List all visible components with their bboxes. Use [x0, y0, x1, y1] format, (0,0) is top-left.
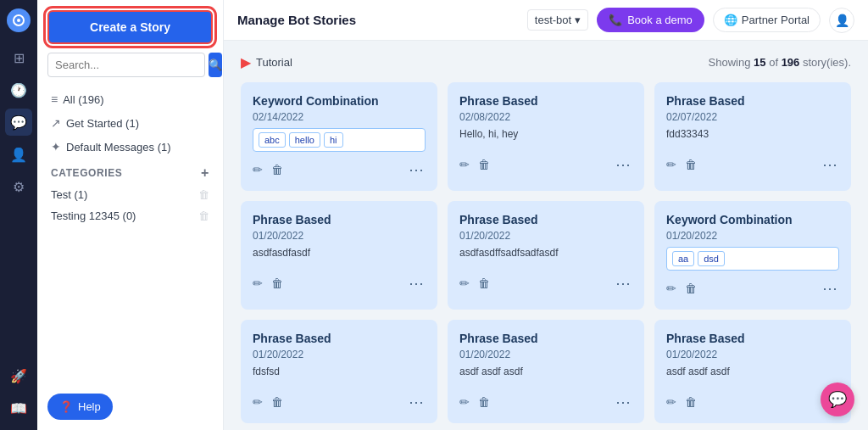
- sidebar-item-get-started[interactable]: ↗ Get Started (1): [47, 111, 213, 135]
- showing-of: of: [766, 56, 782, 69]
- book-demo-button[interactable]: 📞 Book a demo: [597, 8, 704, 32]
- story-card-title: Phrase Based: [459, 332, 632, 345]
- story-card-actions: ✏🗑⋯: [459, 274, 632, 293]
- story-card-date: 01/20/2022: [459, 349, 632, 360]
- story-card-actions: ✏🗑⋯: [666, 393, 839, 411]
- category-testing-label: Testing 12345 (0): [51, 209, 136, 222]
- nav-icon-grid[interactable]: ⊞: [5, 44, 32, 71]
- story-card-left-actions: ✏🗑: [253, 395, 283, 409]
- story-card: Phrase Based01/20/2022asdfasdfasdf✏🗑⋯: [241, 201, 437, 310]
- story-card-date: 01/20/2022: [253, 230, 426, 242]
- story-delete-button[interactable]: 🗑: [685, 395, 697, 409]
- story-tag: hi: [324, 132, 343, 148]
- get-started-label: Get Started (1): [66, 117, 139, 130]
- story-more-button[interactable]: ⋯: [409, 160, 426, 179]
- story-delete-button[interactable]: 🗑: [478, 158, 490, 171]
- story-edit-button[interactable]: ✏: [253, 276, 263, 290]
- story-tag: hello: [289, 132, 320, 148]
- story-card-description: asdf asdf asdf: [459, 366, 632, 381]
- category-test-delete-icon[interactable]: 🗑: [198, 188, 209, 201]
- app-logo[interactable]: [7, 8, 31, 32]
- nav-icon-chat[interactable]: 💬: [5, 109, 32, 136]
- main-content: Manage Bot Stories test-bot ▾ 📞 Book a d…: [224, 0, 868, 430]
- story-more-button[interactable]: ⋯: [822, 155, 839, 174]
- story-card: Phrase Based01/20/2022asdf asdf asdf✏🗑⋯: [448, 320, 644, 423]
- story-more-button[interactable]: ⋯: [409, 393, 426, 411]
- story-edit-button[interactable]: ✏: [666, 395, 676, 409]
- nav-icon-settings[interactable]: ⚙: [5, 173, 32, 200]
- tutorial-label: Tutorial: [256, 56, 292, 69]
- story-card-title: Keyword Combination: [666, 213, 839, 226]
- story-card-date: 01/20/2022: [253, 349, 426, 360]
- icon-nav: ⊞ 🕐 💬 👤 ⚙ 🚀 📖: [0, 0, 37, 430]
- search-input[interactable]: [47, 53, 205, 77]
- categories-header: Categories +: [47, 159, 213, 184]
- story-delete-button[interactable]: 🗑: [271, 163, 283, 176]
- story-card-title: Keyword Combination: [253, 94, 426, 108]
- category-testing-delete-icon[interactable]: 🗑: [198, 209, 209, 222]
- category-item-test[interactable]: Test (1) 🗑: [47, 184, 213, 205]
- story-more-button[interactable]: ⋯: [822, 279, 839, 298]
- create-story-button[interactable]: Create a Story: [47, 10, 213, 44]
- bot-name: test-bot: [535, 14, 571, 26]
- sidebar: Create a Story 🔍 ≡ All (196) ↗ Get Start…: [37, 0, 224, 430]
- story-more-button[interactable]: ⋯: [615, 155, 632, 174]
- story-card-left-actions: ✏🗑: [666, 158, 697, 171]
- story-more-button[interactable]: ⋯: [615, 274, 632, 293]
- nav-icon-users[interactable]: 👤: [5, 141, 32, 168]
- story-delete-button[interactable]: 🗑: [478, 395, 490, 409]
- story-edit-button[interactable]: ✏: [666, 282, 676, 295]
- story-card-left-actions: ✏🗑: [253, 276, 283, 290]
- tutorial-link[interactable]: ▶ Tutorial: [241, 54, 292, 70]
- story-edit-button[interactable]: ✏: [253, 395, 263, 409]
- story-card-description: asdfasdfasdf: [253, 247, 426, 262]
- story-delete-button[interactable]: 🗑: [685, 158, 697, 171]
- chevron-down-icon: ▾: [575, 14, 581, 26]
- story-card-left-actions: ✏🗑: [459, 395, 490, 409]
- svg-point-1: [17, 19, 20, 22]
- nav-icon-book[interactable]: 📖: [5, 394, 32, 422]
- story-card-left-actions: ✏🗑: [666, 282, 697, 295]
- sidebar-item-default-messages[interactable]: ✦ Default Messages (1): [47, 135, 213, 159]
- search-icon: 🔍: [209, 59, 222, 71]
- search-button[interactable]: 🔍: [209, 53, 222, 77]
- story-edit-button[interactable]: ✏: [459, 276, 470, 290]
- all-icon: ≡: [51, 92, 58, 106]
- category-item-testing[interactable]: Testing 12345 (0) 🗑: [47, 205, 213, 226]
- user-profile-button[interactable]: 👤: [829, 8, 854, 33]
- story-delete-button[interactable]: 🗑: [685, 282, 697, 295]
- story-card: Phrase Based02/07/2022fdd33343✏🗑⋯: [654, 82, 851, 191]
- help-button[interactable]: ❓ Help: [47, 394, 113, 420]
- phone-icon: 📞: [609, 14, 622, 26]
- story-edit-button[interactable]: ✏: [666, 158, 676, 171]
- story-tag: abc: [259, 132, 286, 148]
- showing-prefix: Showing: [709, 56, 754, 69]
- story-delete-button[interactable]: 🗑: [271, 395, 283, 409]
- story-card: Phrase Based02/08/2022Hello, hi, hey✏🗑⋯: [448, 82, 644, 191]
- story-card-title: Phrase Based: [253, 332, 426, 345]
- partner-portal-button[interactable]: 🌐 Partner Portal: [713, 8, 821, 32]
- story-card-actions: ✏🗑⋯: [253, 393, 426, 411]
- story-card: Phrase Based01/20/2022asdf asdf asdf✏🗑⋯: [654, 320, 851, 423]
- story-more-button[interactable]: ⋯: [409, 274, 426, 293]
- showing-suffix: story(ies).: [799, 56, 851, 69]
- get-started-icon: ↗: [51, 116, 61, 130]
- nav-icon-clock[interactable]: 🕐: [5, 76, 32, 103]
- nav-icon-rocket[interactable]: 🚀: [5, 362, 32, 389]
- sidebar-item-all[interactable]: ≡ All (196): [47, 87, 213, 111]
- story-card-actions: ✏🗑⋯: [459, 155, 632, 174]
- chat-bubble-button[interactable]: 💬: [821, 383, 854, 416]
- story-card-description: fdsfsd: [253, 366, 426, 381]
- story-edit-button[interactable]: ✏: [459, 395, 470, 409]
- story-delete-button[interactable]: 🗑: [271, 276, 283, 290]
- story-more-button[interactable]: ⋯: [615, 393, 632, 411]
- story-card-date: 01/20/2022: [459, 230, 632, 242]
- story-delete-button[interactable]: 🗑: [478, 276, 490, 290]
- story-edit-button[interactable]: ✏: [253, 163, 263, 176]
- bot-selector[interactable]: test-bot ▾: [527, 9, 588, 31]
- story-tag: dsd: [698, 251, 725, 266]
- add-category-icon[interactable]: +: [201, 165, 209, 181]
- story-edit-button[interactable]: ✏: [459, 158, 470, 171]
- story-card: Keyword Combination01/20/2022aadsd✏🗑⋯: [654, 201, 851, 310]
- story-card-description: Hello, hi, hey: [459, 128, 632, 143]
